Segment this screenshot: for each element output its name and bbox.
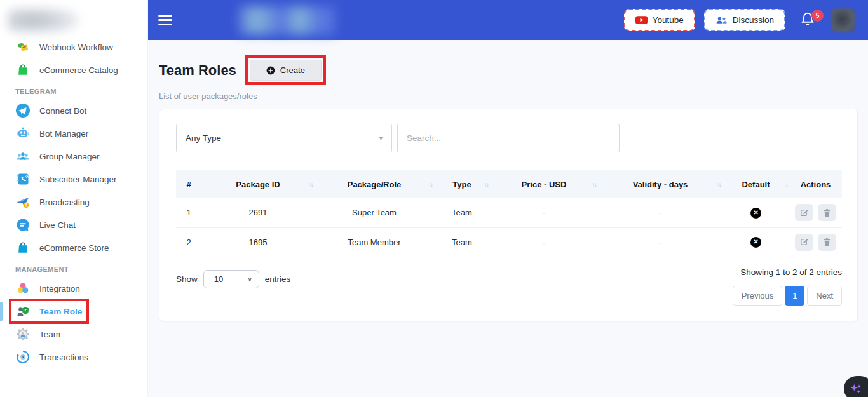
sidebar-item-group-manager[interactable]: Group Manager <box>0 145 147 168</box>
edit-button[interactable] <box>795 204 813 221</box>
sidebar-section-management: MANAGEMENT <box>0 259 147 277</box>
sort-icon[interactable]: ↑↓ <box>309 181 313 188</box>
sidebar-item-label: Integration <box>39 284 80 293</box>
sidebar-item-integration[interactable]: Integration <box>0 277 147 300</box>
edit-icon <box>799 238 808 246</box>
column-header-actions: Actions <box>789 170 842 198</box>
type-filter-select[interactable]: Any Type ▼ <box>176 124 392 152</box>
header-actions: Youtube Discussion 5 <box>624 8 868 32</box>
cell-package-id: 2691 <box>201 198 315 227</box>
trash-icon <box>823 208 831 217</box>
youtube-button-label: Youtube <box>653 15 684 25</box>
sort-icon[interactable]: ↑↓ <box>428 181 432 188</box>
contact-book-phone-icon <box>15 172 31 187</box>
main-content: Team Roles Create List of user packages/… <box>148 40 868 397</box>
current-page-button[interactable]: 1 <box>785 286 804 306</box>
header-logo-blurred <box>240 6 335 34</box>
times-circle-icon: ✕ <box>750 208 761 219</box>
sidebar-item-label: Team <box>39 330 60 339</box>
shopping-bag-green-icon <box>15 62 31 77</box>
sort-icon[interactable]: ↑↓ <box>783 181 787 188</box>
table-row: 1 2691 Super Team Team - - ✕ <box>176 198 842 227</box>
cell-index: 1 <box>176 198 201 227</box>
sidebar-item-webhook-workflow[interactable]: Webhook Workflow <box>0 36 147 58</box>
sidebar-item-label: Live Chat <box>39 220 76 230</box>
sidebar-item-subscriber-manager[interactable]: Subscriber Manager <box>0 168 147 191</box>
cell-validity: - <box>598 198 722 227</box>
search-input[interactable] <box>397 124 620 152</box>
cell-type: Team <box>434 198 490 227</box>
sidebar-item-live-chat[interactable]: Live Chat <box>0 213 147 236</box>
chevron-down-icon: ▼ <box>378 135 384 142</box>
sidebar-item-ecommerce-store[interactable]: eCommerce Store <box>0 236 147 259</box>
cell-package-id: 1695 <box>201 227 315 257</box>
sidebar-item-broadcasting[interactable]: Broadcasting <box>0 191 147 213</box>
sidebar-item-team-role[interactable]: Team Role <box>0 300 147 323</box>
edit-button[interactable] <box>795 234 813 251</box>
team-gear-person-icon <box>15 326 31 342</box>
sort-icon[interactable]: ↑↓ <box>717 181 721 188</box>
sidebar-item-bot-manager[interactable]: Bot Manager <box>0 122 147 145</box>
column-header-package-role[interactable]: Package/Role↑↓ <box>315 170 434 198</box>
previous-page-button[interactable]: Previous <box>733 286 783 306</box>
chat-bubble-icon <box>15 217 31 232</box>
team-roles-table: # Package ID↑↓ Package/Role↑↓ Type↑↓ Pri… <box>176 170 842 257</box>
sort-icon[interactable]: ↑↓ <box>592 181 596 188</box>
sidebar-item-label: Team Role <box>39 307 82 316</box>
sidebar-item-ecommerce-catalog[interactable]: eCommerce Catalog <box>0 58 147 81</box>
sort-icon[interactable]: ↑↓ <box>484 181 488 188</box>
broadcast-plane-icon <box>15 194 31 210</box>
cell-type: Team <box>434 227 490 257</box>
sidebar-item-label: Transactions <box>39 353 88 362</box>
column-header-validity[interactable]: Validity - days↑↓ <box>598 170 722 198</box>
cell-package-role: Super Team <box>315 198 434 227</box>
sidebar-item-transactions[interactable]: Transactions <box>0 346 147 368</box>
delete-button[interactable] <box>818 204 836 221</box>
create-button-label: Create <box>280 65 305 75</box>
column-header-type[interactable]: Type↑↓ <box>434 170 490 198</box>
chevron-down-icon: ∨ <box>247 276 252 283</box>
column-header-price[interactable]: Price - USD↑↓ <box>490 170 598 198</box>
cell-package-role: Team Member <box>315 227 434 257</box>
sidebar-item-team[interactable]: Team <box>0 323 147 346</box>
page-size-select[interactable]: 10 ∨ <box>203 270 259 288</box>
sidebar-item-label: eCommerce Store <box>39 243 109 253</box>
table-header-row: # Package ID↑↓ Package/Role↑↓ Type↑↓ Pri… <box>176 170 842 198</box>
annotation-box-create: Create <box>245 55 326 85</box>
type-filter-value: Any Type <box>186 133 221 143</box>
cell-actions <box>789 227 842 257</box>
cell-actions <box>789 198 842 227</box>
sidebar-item-label: Broadcasting <box>39 198 90 207</box>
pagination: Previous 1 Next <box>733 286 842 306</box>
cell-default: ✕ <box>722 227 789 257</box>
user-avatar[interactable] <box>831 8 855 32</box>
sidebar-logo-blurred <box>8 6 79 34</box>
trash-icon <box>823 238 831 246</box>
column-header-index: # <box>176 170 201 198</box>
integration-circles-icon <box>15 281 31 296</box>
telegram-icon <box>15 103 31 118</box>
column-header-package-id[interactable]: Package ID↑↓ <box>201 170 315 198</box>
cell-validity: - <box>598 227 722 257</box>
next-page-button[interactable]: Next <box>807 286 842 306</box>
sidebar-item-connect-bot[interactable]: Connect Bot <box>0 99 147 122</box>
sparkles-icon <box>849 382 863 396</box>
hamburger-menu-icon[interactable] <box>158 13 172 28</box>
ai-assistant-button[interactable] <box>844 376 868 397</box>
youtube-icon <box>635 15 648 25</box>
robot-icon <box>15 126 31 141</box>
cell-price: - <box>490 227 598 257</box>
notifications-bell-button[interactable]: 5 <box>799 11 818 30</box>
column-header-default[interactable]: Default↑↓ <box>722 170 789 198</box>
edit-icon <box>799 208 808 217</box>
delete-button[interactable] <box>818 234 836 251</box>
discussion-button[interactable]: Discussion <box>704 9 785 31</box>
show-label: Show <box>176 274 198 284</box>
create-button[interactable]: Create <box>250 60 322 81</box>
entries-label: entries <box>265 274 291 284</box>
page-size-group: Show 10 ∨ entries <box>176 270 290 288</box>
page-size-value: 10 <box>214 274 223 284</box>
cell-price: - <box>490 198 598 227</box>
discussion-users-icon <box>715 15 728 25</box>
youtube-button[interactable]: Youtube <box>624 9 695 31</box>
